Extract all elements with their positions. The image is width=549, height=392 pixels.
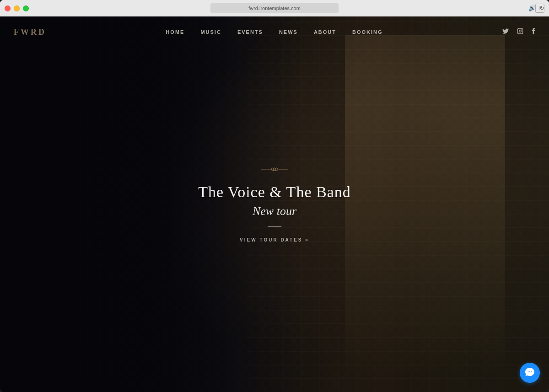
chat-bubble-button[interactable] [520,363,540,383]
svg-rect-0 [517,28,523,34]
nav-booking[interactable]: BOOKING [352,29,383,35]
svg-point-6 [275,168,278,171]
person-image [345,35,505,373]
chat-icon [525,367,535,379]
nav-about[interactable]: ABOUT [314,29,336,35]
hero-divider [268,226,281,227]
hero-title: The Voice & The Band [198,183,351,201]
social-icons [502,28,535,36]
url-bar[interactable]: fwrd.irontemplates.com [210,3,339,13]
facebook-icon[interactable] [532,28,535,36]
svg-point-1 [519,30,522,32]
twitter-icon[interactable] [502,28,509,36]
hero-cta-button[interactable]: VIEW TOUR DATES » [240,237,309,242]
browser-window: fwrd.irontemplates.com 🔊 ↻ + FWRD HOME M… [0,0,549,392]
nav-news[interactable]: NEWS [279,29,298,35]
svg-point-9 [529,371,530,372]
minimize-button[interactable] [14,5,20,11]
svg-point-10 [531,371,532,372]
ornament-icon [198,166,351,175]
nav-events[interactable]: EVENTS [237,29,263,35]
website-content: FWRD HOME MUSIC EVENTS NEWS ABOUT BOOKIN… [0,16,549,392]
navbar: FWRD HOME MUSIC EVENTS NEWS ABOUT BOOKIN… [0,16,549,48]
close-button[interactable] [5,5,11,11]
nav-music[interactable]: MUSIC [200,29,221,35]
hero-subtitle: New tour [198,204,351,218]
speaker-icon: 🔊 [528,5,536,12]
new-tab-button[interactable]: + [535,4,544,13]
url-text: fwrd.irontemplates.com [248,5,301,11]
title-bar: fwrd.irontemplates.com 🔊 ↻ + [0,0,549,16]
svg-point-2 [522,29,522,30]
traffic-lights [5,5,29,11]
hero-content: The Voice & The Band New tour VIEW TOUR … [198,166,351,243]
svg-point-8 [527,371,528,372]
nav-home[interactable]: HOME [166,29,184,35]
maximize-button[interactable] [23,5,29,11]
instagram-icon[interactable] [517,28,523,36]
site-logo[interactable]: FWRD [14,27,46,37]
nav-links: HOME MUSIC EVENTS NEWS ABOUT BOOKING [166,29,382,35]
